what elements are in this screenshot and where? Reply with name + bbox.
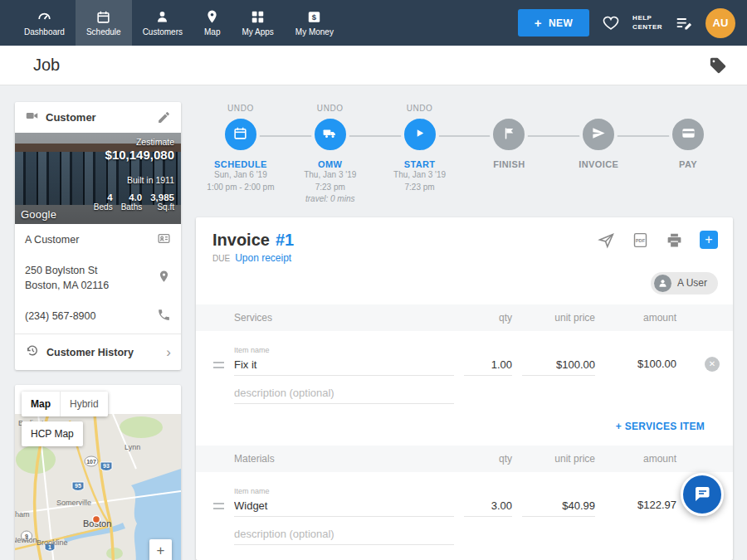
customer-history-row[interactable]: Customer History › bbox=[15, 334, 181, 370]
step-finish: FINISH bbox=[464, 102, 554, 206]
customer-phone: (234) 567-8900 bbox=[25, 310, 95, 322]
step-pay-button[interactable] bbox=[669, 115, 707, 153]
customer-history-label: Customer History bbox=[46, 347, 134, 358]
user-avatar[interactable]: AU bbox=[706, 8, 735, 38]
edit-pencil-icon[interactable] bbox=[157, 110, 171, 124]
service-description-row bbox=[196, 376, 733, 417]
invoice-card: Invoice #1 PDF + DUE Upon receipt bbox=[196, 217, 733, 560]
zestimate-value: $10,149,080 bbox=[105, 148, 174, 162]
service-name-input[interactable] bbox=[234, 356, 454, 375]
job-tags-icon[interactable] bbox=[709, 56, 727, 75]
drag-handle-icon[interactable] bbox=[213, 503, 224, 509]
material-unit-price-input[interactable] bbox=[522, 497, 595, 516]
add-invoice-item-button[interactable]: + bbox=[700, 231, 718, 249]
customer-name-row: A Customer bbox=[15, 224, 181, 256]
invoice-number: #1 bbox=[276, 231, 294, 250]
nav-my-apps-label: My Apps bbox=[242, 27, 273, 37]
nav-customers-label: Customers bbox=[143, 27, 183, 37]
property-photo[interactable]: Zestimate $10,149,080 Built in 1911 4Bed… bbox=[15, 133, 181, 224]
chat-bubble-icon bbox=[692, 484, 712, 506]
nav-map-label: Map bbox=[204, 27, 220, 37]
item-name-label: Item name bbox=[234, 487, 270, 495]
step-omw-time: 7:23 pm bbox=[315, 182, 345, 194]
hcp-map-button[interactable]: HCP Map bbox=[22, 421, 83, 446]
app-root: Dashboard Schedule Customers Map My Apps… bbox=[0, 0, 747, 560]
assignee-chip[interactable]: A User bbox=[651, 272, 718, 295]
map-type-hybrid-button[interactable]: Hybrid bbox=[60, 392, 108, 416]
service-qty-input[interactable] bbox=[464, 356, 512, 375]
page-header: Job bbox=[0, 46, 747, 85]
drag-handle-icon[interactable] bbox=[213, 362, 224, 368]
nav-dashboard[interactable]: Dashboard bbox=[13, 0, 76, 46]
help-center-line1: HELP bbox=[632, 14, 662, 23]
map-label-brookline: Brookline bbox=[37, 538, 68, 547]
left-sidebar: Customer Zestimate $10,149,080 Built in … bbox=[15, 102, 181, 560]
remove-service-item-button[interactable]: ✕ bbox=[705, 357, 720, 372]
new-button-label: NEW bbox=[549, 17, 573, 29]
undo-start-button[interactable]: UNDO bbox=[407, 102, 433, 114]
calendar-icon bbox=[95, 9, 111, 25]
nav-my-money-label: My Money bbox=[295, 27, 334, 37]
nav-my-apps[interactable]: My Apps bbox=[231, 0, 284, 46]
services-header-row: Services qty unit price amount bbox=[196, 304, 733, 331]
step-omw-button[interactable] bbox=[311, 115, 349, 153]
address-line1: 250 Boylston St bbox=[25, 265, 98, 276]
material-name-input[interactable] bbox=[234, 497, 454, 516]
step-pay-label: PAY bbox=[679, 159, 697, 169]
map-label-somerville: Somerville bbox=[56, 499, 91, 507]
nav-map[interactable]: Map bbox=[193, 0, 231, 46]
undo-schedule-button[interactable]: UNDO bbox=[227, 102, 254, 114]
step-invoice-button[interactable] bbox=[579, 115, 618, 153]
truck-icon bbox=[322, 125, 338, 144]
nav-my-money[interactable]: $ My Money bbox=[285, 0, 344, 46]
material-description-input[interactable] bbox=[234, 525, 454, 544]
material-qty-input[interactable] bbox=[464, 497, 512, 516]
customer-card: Customer Zestimate $10,149,080 Built in … bbox=[15, 102, 181, 370]
step-omw-date: Thu, Jan 3 '19 bbox=[304, 169, 356, 182]
nav-schedule[interactable]: Schedule bbox=[76, 0, 132, 46]
map-type-map-button[interactable]: Map bbox=[22, 392, 60, 416]
print-icon[interactable] bbox=[666, 231, 683, 249]
step-invoice: INVOICE bbox=[554, 102, 643, 206]
qty-column-header: qty bbox=[464, 312, 512, 324]
step-pay: PAY bbox=[643, 102, 733, 206]
heart-hands-icon[interactable] bbox=[602, 14, 620, 32]
step-start-button[interactable] bbox=[401, 115, 439, 153]
assignee-avatar-icon bbox=[654, 275, 671, 292]
due-terms-link[interactable]: Upon receipt bbox=[235, 252, 291, 264]
chat-fab-button[interactable] bbox=[681, 473, 724, 516]
edit-list-icon[interactable] bbox=[675, 14, 693, 32]
pdf-icon[interactable]: PDF bbox=[632, 231, 649, 249]
invoice-actions: PDF + bbox=[598, 231, 718, 249]
customer-address-row: 250 Boylston St Boston, MA 02116 bbox=[15, 256, 181, 300]
unit-price-column-header: unit price bbox=[522, 312, 595, 324]
new-button[interactable]: + NEW bbox=[518, 9, 589, 37]
send-invoice-icon[interactable] bbox=[598, 231, 615, 249]
step-schedule: UNDO SCHEDULE Sun, Jan 6 '19 1:00 pm - 2… bbox=[196, 102, 286, 206]
map-type-control: Map Hybrid bbox=[22, 392, 108, 416]
service-description-input[interactable] bbox=[234, 384, 454, 403]
item-name-label: Item name bbox=[234, 346, 270, 354]
amount-column-header: amount bbox=[605, 453, 676, 465]
map-label-waltham: ham bbox=[15, 510, 30, 519]
map-label-lynn: Lynn bbox=[124, 443, 140, 451]
zoom-in-button[interactable]: + bbox=[149, 539, 172, 560]
service-amount: $100.00 bbox=[605, 358, 676, 376]
location-pin-icon bbox=[157, 270, 171, 286]
add-services-item-button[interactable]: + SERVICES ITEM bbox=[616, 421, 705, 432]
step-start-date: Thu, Jan 3 '19 bbox=[393, 169, 446, 182]
qty-column-header: qty bbox=[464, 453, 512, 465]
material-amount: $122.97 bbox=[605, 499, 676, 517]
shield-93-icon: 93 bbox=[100, 462, 112, 471]
undo-omw-button[interactable]: UNDO bbox=[317, 102, 344, 114]
help-center-link[interactable]: HELP CENTER bbox=[632, 14, 662, 32]
nav-schedule-label: Schedule bbox=[86, 27, 121, 37]
materials-header-row: Materials qty unit price amount bbox=[196, 446, 733, 472]
step-finish-button[interactable] bbox=[490, 115, 528, 153]
services-header: Services bbox=[234, 312, 454, 324]
google-logo: Google bbox=[21, 208, 56, 221]
nav-customers[interactable]: Customers bbox=[132, 0, 193, 46]
service-unit-price-input[interactable] bbox=[522, 356, 595, 375]
step-schedule-button[interactable] bbox=[222, 115, 260, 153]
nav-right-actions: + NEW HELP CENTER AU bbox=[518, 0, 735, 46]
